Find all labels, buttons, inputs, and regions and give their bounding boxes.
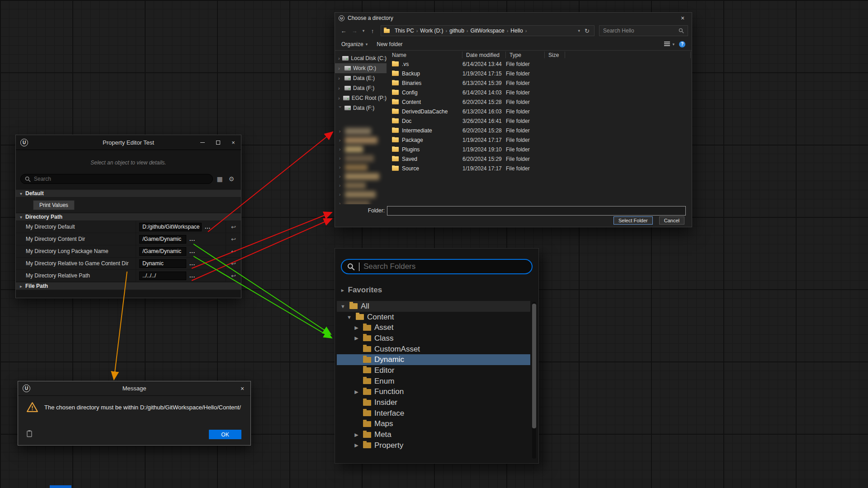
expander-arrow-icon[interactable]: [353, 389, 360, 395]
maximize-button[interactable]: [210, 135, 226, 150]
folder-tree-item[interactable]: Property: [337, 440, 530, 451]
breadcrumb-segment[interactable]: Work (D:): [418, 28, 445, 34]
property-value-field[interactable]: D:/github/GitWorkspace: [139, 223, 202, 231]
browse-ellipsis-button[interactable]: ...: [189, 272, 195, 279]
ok-button[interactable]: OK: [209, 430, 241, 439]
expander-arrow-icon[interactable]: [353, 442, 360, 448]
folder-tree-item[interactable]: Interface: [337, 408, 530, 419]
drive-item[interactable]: › Work (D:): [335, 63, 387, 73]
file-row[interactable]: Backup 1/19/2024 17:15 File folder: [388, 69, 691, 78]
expander-chevron-icon[interactable]: ›: [338, 75, 342, 81]
refresh-button[interactable]: ↻: [583, 28, 591, 34]
drive-item[interactable]: › Data (E:): [335, 73, 387, 83]
new-folder-button[interactable]: New folder: [377, 41, 402, 47]
folder-tree-item[interactable]: Meta: [337, 429, 530, 440]
expander-chevron-icon[interactable]: ›: [338, 56, 340, 61]
expander-arrow-icon[interactable]: [340, 304, 346, 309]
select-folder-button[interactable]: Select Folder: [613, 216, 653, 225]
close-button[interactable]: ×: [226, 135, 241, 150]
folder-tree-item[interactable]: Enum: [337, 376, 530, 387]
browse-ellipsis-button[interactable]: ...: [205, 224, 211, 230]
folder-name-input[interactable]: [387, 206, 686, 216]
section-file-path[interactable]: ▸ File Path: [16, 282, 241, 290]
column-header-date[interactable]: Date modified: [462, 52, 506, 58]
folder-tree-item[interactable]: CustomAsset: [337, 344, 530, 355]
minimize-button[interactable]: [195, 135, 210, 150]
expander-arrow-icon[interactable]: [353, 335, 360, 341]
browse-ellipsis-button[interactable]: ...: [189, 248, 195, 254]
column-header-type[interactable]: Type: [506, 52, 545, 58]
expander-chevron-icon[interactable]: ›: [338, 85, 342, 91]
property-value-field[interactable]: /Game/Dynamic: [139, 247, 186, 256]
breadcrumb-segment[interactable]: This PC: [392, 28, 416, 34]
search-input[interactable]: Search: [20, 174, 213, 184]
breadcrumb-segment[interactable]: github: [447, 28, 467, 34]
file-row[interactable]: .vs 6/14/2024 13:44 File folder: [388, 59, 691, 69]
expander-chevron-icon[interactable]: ›: [338, 106, 343, 110]
folder-tree-item[interactable]: Editor: [337, 365, 530, 376]
file-row[interactable]: Plugins 1/19/2024 19:10 File folder: [388, 145, 691, 154]
folder-tree-item[interactable]: Asset: [337, 322, 530, 333]
expander-chevron-icon[interactable]: ›: [338, 66, 342, 71]
expander-arrow-icon[interactable]: [346, 314, 353, 320]
reset-to-default-button[interactable]: ↩: [226, 258, 241, 269]
reset-to-default-button[interactable]: ↩: [226, 270, 241, 282]
change-view-button[interactable]: ▾: [664, 42, 675, 47]
expander-arrow-icon[interactable]: [353, 325, 360, 331]
file-row[interactable]: Source 1/19/2024 17:17 File folder: [388, 164, 691, 173]
folder-tree-item[interactable]: Content: [337, 312, 530, 323]
column-header-size[interactable]: Size: [545, 52, 565, 58]
file-row[interactable]: Doc 3/26/2024 16:41 File folder: [388, 116, 691, 126]
up-button[interactable]: ↑: [368, 28, 377, 34]
expander-chevron-icon[interactable]: ›: [338, 95, 341, 101]
forward-button[interactable]: →: [349, 28, 359, 34]
address-dropdown-button[interactable]: ▾: [576, 28, 583, 33]
file-row[interactable]: Saved 6/20/2024 15:29 File folder: [388, 154, 691, 164]
file-row[interactable]: Content 6/20/2024 15:28 File folder: [388, 97, 691, 107]
file-row[interactable]: Binaries 6/13/2024 15:39 File folder: [388, 78, 691, 88]
organize-menu-button[interactable]: Organize ▾: [341, 41, 368, 47]
folders-search-input[interactable]: Search Folders: [341, 259, 533, 274]
help-button[interactable]: ?: [679, 41, 685, 47]
folder-tree-item[interactable]: All: [337, 301, 530, 312]
file-row[interactable]: Package 1/19/2024 17:17 File folder: [388, 135, 691, 145]
expander-arrow-icon[interactable]: [353, 432, 360, 438]
recent-locations-button[interactable]: ▾: [360, 28, 367, 33]
reset-to-default-button[interactable]: ↩: [226, 221, 241, 233]
close-button[interactable]: ×: [234, 381, 250, 396]
property-editor-titlebar[interactable]: U Property Editor Test ×: [16, 135, 241, 150]
display-filter-button[interactable]: ▦: [215, 175, 225, 183]
breadcrumb-segment[interactable]: GitWorkspace: [468, 28, 507, 34]
file-row[interactable]: Intermediate 6/20/2024 15:28 File folder: [388, 126, 691, 135]
property-value-field[interactable]: Dynamic: [139, 259, 186, 268]
property-value-field[interactable]: /Game/Dynamic: [139, 235, 186, 244]
message-titlebar[interactable]: U Message ×: [18, 381, 250, 396]
drive-item[interactable]: › Local Disk (C:): [335, 53, 387, 63]
close-button[interactable]: ×: [674, 13, 692, 23]
settings-button[interactable]: ⚙: [226, 175, 236, 183]
folder-tree-item[interactable]: Function: [337, 387, 530, 398]
dialog-titlebar[interactable]: U Choose a directory ×: [335, 13, 692, 23]
reset-to-default-button[interactable]: ↩: [226, 245, 241, 257]
scrollbar-track[interactable]: [532, 302, 536, 459]
drive-item[interactable]: › Data (F:): [335, 103, 387, 113]
drive-item[interactable]: › Data (F:): [335, 83, 387, 93]
file-row[interactable]: DerivedDataCache 6/13/2024 16:03 File fo…: [388, 107, 691, 116]
copy-message-button[interactable]: [26, 430, 33, 439]
browse-ellipsis-button[interactable]: ...: [189, 260, 195, 267]
favorites-section[interactable]: ▸ Favorites: [341, 286, 382, 295]
address-bar[interactable]: This PC › Work (D:) › github › GitW: [381, 25, 594, 36]
folder-tree-item[interactable]: Class: [337, 333, 530, 344]
column-header-name[interactable]: Name: [388, 52, 462, 58]
breadcrumb-segment[interactable]: Hello: [508, 28, 525, 34]
folder-tree-item[interactable]: Maps: [337, 419, 530, 430]
search-box[interactable]: Search Hello: [599, 25, 688, 36]
scrollbar-thumb[interactable]: [532, 304, 536, 428]
browse-ellipsis-button[interactable]: ...: [189, 236, 195, 242]
section-directory-path[interactable]: ▾ Directory Path: [16, 213, 241, 221]
section-default[interactable]: ▾ Default: [16, 189, 241, 197]
folder-tree-item[interactable]: Insider: [337, 397, 530, 408]
back-button[interactable]: ←: [339, 28, 349, 34]
cancel-button[interactable]: Cancel: [659, 216, 684, 225]
reset-to-default-button[interactable]: ↩: [226, 233, 241, 245]
